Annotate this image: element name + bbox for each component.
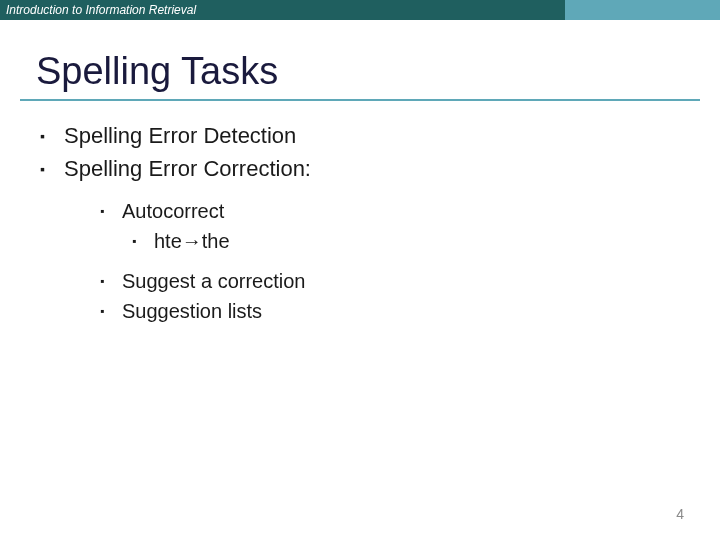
slide-title: Spelling Tasks	[0, 20, 720, 99]
title-underline	[20, 99, 700, 101]
sub-bullet-list: Suggest a correction Suggestion lists	[0, 267, 720, 325]
header-bar: Introduction to Information Retrieval	[0, 0, 720, 20]
page-number: 4	[676, 506, 684, 522]
list-item: hte→the	[132, 227, 720, 255]
header-accent	[565, 0, 720, 20]
list-item: Autocorrect	[100, 197, 720, 225]
list-item: Spelling Error Correction:	[40, 154, 720, 185]
list-item: Suggestion lists	[100, 297, 720, 325]
arrow-icon: →	[182, 230, 202, 252]
list-item: Suggest a correction	[100, 267, 720, 295]
autocorrect-from: hte	[154, 230, 182, 252]
autocorrect-to: the	[202, 230, 230, 252]
header-course-title: Introduction to Information Retrieval	[0, 0, 565, 20]
sub-bullet-list: Autocorrect	[0, 197, 720, 225]
main-bullet-list: Spelling Error Detection Spelling Error …	[0, 121, 720, 185]
list-item: Spelling Error Detection	[40, 121, 720, 152]
sub-sub-bullet-list: hte→the	[0, 227, 720, 255]
